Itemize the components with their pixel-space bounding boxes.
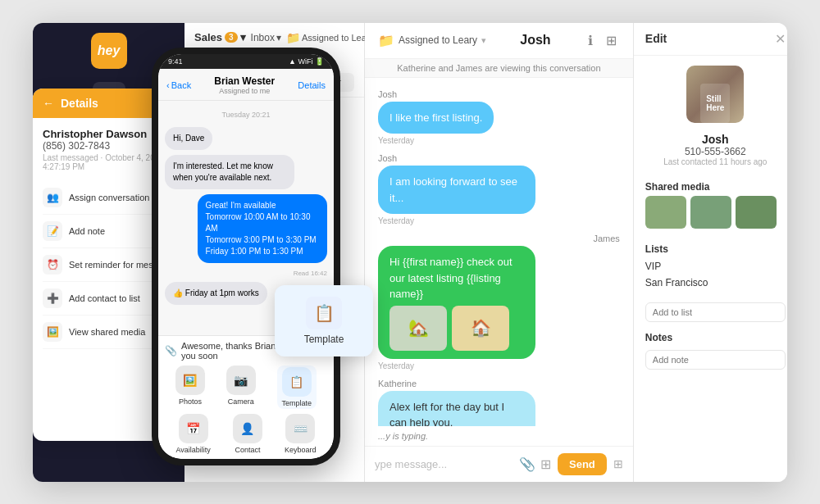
assigned-text: Assigned to Leary [399, 34, 477, 46]
media-label: View shared media [69, 327, 145, 337]
phone-attachments-row: 🖼️ Photos 📷 Camera 📋 Template [165, 366, 327, 409]
phone-att-keyboard[interactable]: ⌨️ Keyboard [285, 414, 317, 454]
phone-status-icons: ▲ WiFi 🔋 [289, 57, 324, 66]
chat-input-row: 📎 ⊞ Send ⊞ [365, 446, 633, 482]
phone-details-button[interactable]: Details [298, 80, 326, 90]
reminder-icon: ⏰ [43, 255, 62, 275]
folder-icon: 📁 [378, 33, 394, 48]
photo-text: StillHere [700, 84, 730, 123]
lists-section: VIP San Francisco [634, 258, 787, 299]
msg-time: Yesterday [378, 136, 620, 145]
msg-available: Great! I'm availableTomorrow 10:00 AM to… [198, 194, 327, 263]
inbox-label: Inbox [251, 32, 275, 43]
right-panel-title: Edit [645, 32, 667, 45]
phone-contact-info: Brian Wester Assigned to me [214, 75, 275, 95]
phone-att-template[interactable]: 📋 Template [277, 366, 317, 409]
media-thumb-2 [690, 196, 731, 229]
template-popup: 📋 Template [275, 285, 373, 356]
chat-header: 📁 Assigned to Leary ▾ Josh ℹ ⊞ [365, 23, 633, 59]
contact-last-contacted: Last contacted 11 hours ago [634, 157, 787, 166]
note-icon: 📝 [43, 221, 62, 241]
chat-messages: Josh I like the first listing. Yesterday… [365, 78, 633, 426]
msg-sender-james: James [378, 234, 620, 243]
template-popup-item[interactable]: 📋 Template [275, 285, 373, 356]
chat-info-button[interactable]: ℹ [585, 31, 596, 50]
chat-input-icons: 📎 ⊞ [519, 456, 551, 472]
assigned-label: Assigned to Leary [302, 33, 374, 43]
availability-label: Availability [176, 446, 211, 454]
media-thumb-3 [736, 196, 777, 229]
assign-label: Assign conversation [69, 193, 149, 202]
availability-icon: 📅 [179, 414, 208, 443]
phone-att-availability[interactable]: 📅 Availability [176, 414, 211, 454]
logo-text: hey [98, 43, 121, 58]
chat-assigned: 📁 Assigned to Leary ▾ [378, 33, 486, 48]
chat-msg-row: Josh I like the first listing. Yesterday [378, 89, 620, 146]
listing-image-1: 🏡 [390, 306, 447, 351]
inbox-chevron-icon: ▾ [276, 32, 281, 43]
msg-sender-katherine: Katherine [378, 379, 620, 388]
sales-label: Sales [194, 31, 222, 43]
right-panel: Edit ✕ StillHere Josh 510-555-3662 Last … [633, 23, 787, 482]
phone-back-label: Back [171, 80, 191, 90]
chat-header-actions: ℹ ⊞ [585, 31, 620, 50]
add-list-label: Add contact to list [69, 293, 140, 303]
phone-attach-icon[interactable]: 📎 [165, 345, 177, 356]
msg-interested: I'm interested. Let me know when you're … [165, 155, 294, 189]
phone-time: 9:41 [168, 57, 183, 66]
chat-bubble: I am looking forward to see it... [378, 166, 535, 214]
chat-msg-row: James Hi {{first name}} check out our la… [378, 234, 620, 370]
send-button[interactable]: Send [558, 453, 607, 475]
listing-image-2: 🏠 [452, 306, 509, 351]
chat-media-button[interactable]: ⊞ [603, 31, 620, 50]
chat-options-icon[interactable]: ⊞ [613, 457, 623, 470]
contact-display-name: Josh [634, 133, 787, 146]
notes-title: Notes [634, 325, 787, 347]
contact-photo: StillHere [686, 66, 744, 123]
add-note-input[interactable] [645, 350, 786, 370]
emoji-icon[interactable]: ⊞ [540, 456, 551, 472]
chat-bubble: I like the first listing. [378, 102, 494, 134]
close-button[interactable]: ✕ [775, 31, 786, 47]
paperclip-icon[interactable]: 📎 [519, 456, 535, 472]
msg-sender: Josh [378, 153, 620, 163]
chat-title: Josh [520, 33, 550, 48]
chat-msg-row: Katherine Alex left for the day but I ca… [378, 379, 620, 426]
assigned-chevron-icon: ▾ [481, 35, 486, 46]
media-thumb-1 [645, 196, 686, 229]
phone-att-photos[interactable]: 🖼️ Photos [175, 366, 205, 409]
details-title: Details [61, 97, 98, 110]
chat-bubble-james: Hi {{first name}} check out our latest l… [378, 246, 535, 359]
template-icon-phone: 📋 [282, 367, 312, 397]
phone-att-contact[interactable]: 👤 Contact [233, 414, 262, 454]
note-label: Add note [69, 226, 105, 236]
phone-header: ‹ Back Brian Wester Assigned to me Detai… [158, 69, 334, 101]
phone-back-icon: ‹ [166, 80, 170, 90]
camera-label: Camera [228, 397, 254, 406]
msg-hi-dave: Hi, Dave [165, 127, 212, 150]
main-container: hey 💬 👤 Sales 3 ▾ Inbox ▾ 📁 Assi [33, 23, 787, 482]
inbox-button[interactable]: Inbox ▾ [251, 32, 281, 43]
msg-date: Tuesday 20:21 [165, 111, 327, 119]
list-item-sf: San Francisco [645, 275, 786, 291]
shared-media [634, 196, 787, 237]
add-to-list-input[interactable] [645, 302, 786, 322]
details-back-icon[interactable]: ← [43, 97, 54, 110]
chat-msg-row: Josh I am looking forward to see it... Y… [378, 153, 620, 225]
phone-status-bar: 9:41 ▲ WiFi 🔋 [158, 54, 334, 69]
chat-input[interactable] [375, 458, 512, 470]
app-logo[interactable]: hey [91, 33, 127, 69]
msg-time: Yesterday [378, 216, 620, 225]
photos-icon: 🖼️ [175, 366, 205, 395]
chat-bubble-katherine: Alex left for the day but I can help you… [378, 391, 535, 426]
sales-button[interactable]: Sales 3 ▾ [194, 31, 246, 43]
sales-chevron-icon: ▾ [240, 31, 246, 43]
camera-icon: 📷 [226, 366, 256, 395]
list-item-vip: VIP [645, 258, 786, 275]
phone-back-button[interactable]: ‹ Back [166, 80, 191, 90]
lists-title: Lists [634, 237, 787, 258]
phone-contact-name: Brian Wester [214, 75, 275, 87]
folder-icon: 📁 [286, 31, 300, 44]
phone-att-camera[interactable]: 📷 Camera [226, 366, 256, 409]
viewing-notice: Katherine and James are viewing this con… [365, 59, 633, 78]
